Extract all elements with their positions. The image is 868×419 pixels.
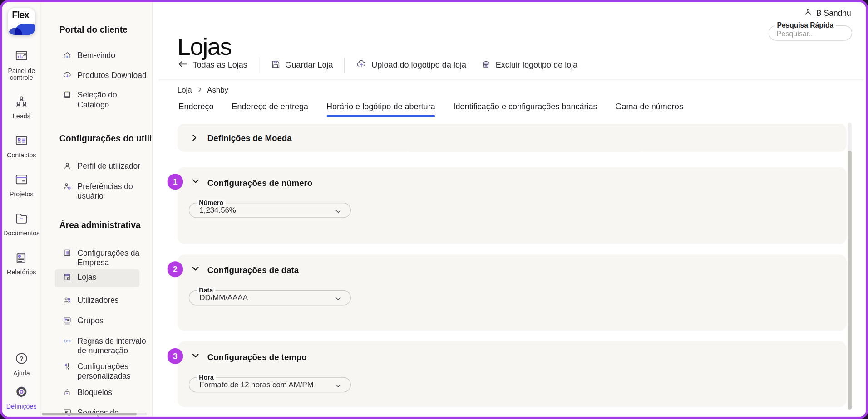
sidebar-item-label: Lojas	[78, 273, 97, 282]
trash-icon	[481, 59, 491, 71]
tab-identification-banking[interactable]: Identificação e configurações bancárias	[454, 102, 597, 117]
rail-item-projects[interactable]: Projetos	[3, 172, 40, 198]
time-settings-header[interactable]: Configurações de tempo	[178, 341, 847, 362]
help-icon: ?	[14, 351, 29, 368]
sidebar-item-locks[interactable]: Bloqueios	[63, 388, 148, 399]
toolbar: Todas as Lojas Guardar Loja Upload do lo…	[178, 58, 578, 72]
sidebar-item-label: Grupos	[78, 316, 104, 326]
sidebar-item-groups[interactable]: Grupos	[63, 316, 148, 327]
sidebar-item-company-settings[interactable]: Configurações da Empresa	[63, 248, 148, 267]
sidebar-item-custom-settings[interactable]: Configurações personalizadas	[63, 362, 148, 380]
sidebar-item-user-preferences[interactable]: Preferências do usuário	[63, 182, 148, 200]
quick-search: Pesquisa Rápida	[769, 25, 852, 41]
sidebar-item-label: Perfil de utilizador	[78, 161, 141, 171]
rail-item-reports[interactable]: Relatórios	[3, 250, 40, 276]
sidebar-item-label: Seleção do Catálogo	[78, 90, 149, 109]
number-format-select[interactable]: Número 1,234.56%	[189, 203, 351, 218]
cloud-download-icon	[63, 71, 72, 82]
sidebar-item-numbering-rules[interactable]: 123 Regras de intervalo de numeração	[63, 336, 148, 355]
currency-settings-panel: Definições de Moeda	[178, 124, 847, 152]
sidebar-item-label: Configurações personalizadas	[78, 362, 149, 380]
svg-text:123: 123	[64, 339, 71, 343]
scrollbar-thumb[interactable]	[848, 151, 852, 409]
rail-item-contacts[interactable]: Contactos	[3, 133, 40, 159]
user-menu[interactable]: B Sandhu	[803, 7, 851, 18]
sidebar-item-label: Configurações da Empresa	[78, 248, 149, 267]
sidebar-item-users[interactable]: Utilizadores	[63, 296, 148, 307]
select-label: Número	[197, 199, 226, 206]
settings-sidebar: Portal do cliente Bem-vindo Produtos Dow…	[41, 2, 153, 417]
rail-item-label: Documentos	[3, 230, 40, 237]
save-store-label: Guardar Loja	[285, 60, 333, 69]
save-icon	[271, 59, 281, 71]
svg-text:?: ?	[20, 355, 24, 362]
tab-opening-hours-logo[interactable]: Horário e logótipo de abertura	[326, 102, 435, 117]
user-icon	[803, 7, 812, 18]
upload-logo-button[interactable]: Upload do logotipo da loja	[356, 58, 466, 71]
date-settings-panel: 2 Configurações de data Data DD/MM/AAAA	[178, 254, 847, 331]
numbers-icon: 123	[63, 336, 72, 348]
back-to-stores-label: Todas as Lojas	[192, 60, 247, 69]
date-settings-header[interactable]: Configurações de data	[178, 254, 847, 275]
main-content: B Sandhu Pesquisa Rápida Lojas Todas as …	[153, 2, 866, 417]
date-format-select[interactable]: Data DD/MM/AAAA	[189, 290, 351, 306]
rail-item-leads[interactable]: Leads	[3, 94, 40, 120]
contacts-icon	[14, 133, 29, 150]
lock-open-icon	[63, 388, 72, 399]
sidebar-item-user-profile[interactable]: Perfil de utilizador	[63, 161, 148, 173]
leads-icon	[14, 94, 29, 111]
delete-logo-button[interactable]: Excluir logotipo de loja	[481, 59, 577, 71]
rail-item-label: Projetos	[3, 191, 40, 198]
currency-settings-header[interactable]: Definições de Moeda	[178, 124, 847, 144]
home-icon	[63, 51, 72, 62]
rail-item-dashboard[interactable]: Painel de controle	[3, 49, 40, 81]
toolbar-divider	[345, 57, 345, 73]
sidebar-horizontal-scrollbar[interactable]	[42, 413, 147, 415]
sidebar-item-label: Utilizadores	[78, 296, 119, 305]
users-icon	[63, 296, 72, 307]
rail-item-documents[interactable]: Documentos	[3, 211, 40, 237]
page-title: Lojas	[178, 34, 232, 60]
projects-icon	[14, 172, 29, 189]
rail-item-help[interactable]: ? Ajuda	[3, 351, 40, 377]
back-to-stores-button[interactable]: Todas as Lojas	[178, 58, 247, 71]
upload-cloud-icon	[356, 58, 367, 71]
flex-logo[interactable]: Flex	[8, 8, 35, 35]
step-badge: 3	[167, 348, 183, 364]
search-input[interactable]	[769, 26, 852, 40]
time-format-select[interactable]: Hora Formato de 12 horas com AM/PM	[189, 377, 351, 393]
section-title: Definições de Moeda	[207, 133, 292, 142]
back-arrow-icon	[178, 58, 188, 71]
rail-item-label: Painel de controle	[3, 67, 40, 81]
sidebar-item-label: Regras de intervalo de numeração	[78, 336, 149, 355]
rail-item-label: Relatórios	[3, 269, 40, 276]
app-window: Flex Painel de controle Leads Contactos …	[0, 0, 868, 419]
tab-delivery-address[interactable]: Endereço de entrega	[232, 102, 308, 117]
sidebar-item-label: Produtos Download	[78, 71, 147, 80]
rail-item-settings[interactable]: Definições	[3, 385, 40, 410]
chevron-right-icon	[197, 86, 203, 94]
toolbar-divider	[259, 57, 259, 73]
rail-item-label: Definições	[3, 403, 40, 410]
section-title: Configurações de número	[207, 177, 312, 187]
breadcrumb-root[interactable]: Loja	[178, 86, 192, 94]
tab-number-range[interactable]: Gama de números	[615, 102, 683, 117]
number-settings-header[interactable]: Configurações de número	[178, 167, 847, 188]
chevron-down-icon	[335, 207, 342, 217]
content-vertical-scrollbar[interactable]	[848, 123, 852, 409]
scrollbar-thumb[interactable]	[42, 413, 137, 415]
rail-item-label: Leads	[3, 113, 40, 120]
company-icon	[63, 248, 72, 260]
sidebar-item-welcome[interactable]: Bem-vindo	[63, 51, 148, 62]
sidebar-item-label: Preferências do usuário	[78, 182, 149, 200]
sidebar-item-stores[interactable]: Lojas	[55, 269, 140, 287]
number-settings-panel: 1 Configurações de número Número 1,234.5…	[178, 167, 847, 244]
user-gear-icon	[63, 182, 72, 193]
chevron-down-icon	[191, 351, 200, 362]
sidebar-item-label: Bem-vindo	[78, 51, 115, 60]
sidebar-item-catalog-selection[interactable]: Seleção do Catálogo	[63, 90, 148, 109]
user-name: B Sandhu	[816, 8, 851, 17]
sidebar-item-products-download[interactable]: Produtos Download	[63, 71, 148, 82]
save-store-button[interactable]: Guardar Loja	[271, 59, 333, 71]
tab-address[interactable]: Endereço	[178, 102, 213, 117]
